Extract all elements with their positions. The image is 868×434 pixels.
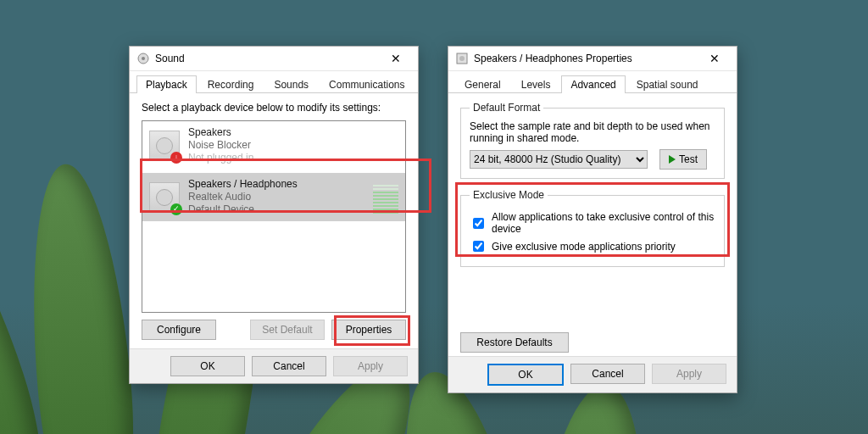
default-badge-icon [170,203,182,215]
checkbox-row: Give exclusive mode applications priorit… [470,238,715,254]
set-default-button[interactable]: Set Default [250,320,325,340]
unplugged-badge-icon [170,152,182,164]
device-item[interactable]: Speakers Noise Blocker Not plugged in [142,121,405,170]
properties-window: Speakers / Headphones Properties ✕ Gener… [448,46,737,393]
props-titlebar: Speakers / Headphones Properties ✕ [448,47,737,71]
close-icon: ✕ [391,53,401,64]
apply-button[interactable]: Apply [333,356,408,376]
sound-window: Sound ✕ Playback Recording Sounds Commun… [129,46,419,384]
device-status: Not plugged in [188,152,398,164]
tab-sounds[interactable]: Sounds [264,75,318,93]
device-name: Speakers / Headphones [188,178,364,191]
close-icon: ✕ [709,53,720,64]
sound-tabs: Playback Recording Sounds Communications [130,71,418,93]
properties-button[interactable]: Properties [331,320,406,340]
props-title: Speakers / Headphones Properties [474,53,699,64]
device-status: Default Device [188,203,364,216]
device-text: Speakers Noise Blocker Not plugged in [188,126,398,164]
play-icon [669,155,676,164]
exclusive-priority-checkbox[interactable] [473,241,484,252]
device-text: Speakers / Headphones Realtek Audio Defa… [188,178,364,216]
default-format-group: Default Format Select the sample rate an… [460,102,725,179]
speaker-icon [149,131,180,161]
device-item-selected[interactable]: Speakers / Headphones Realtek Audio Defa… [142,173,405,221]
tab-levels[interactable]: Levels [512,75,560,93]
device-subtitle: Realtek Audio [188,191,364,203]
tab-recording[interactable]: Recording [198,75,264,93]
exclusive-priority-label: Give exclusive mode applications priorit… [492,241,676,253]
cancel-button[interactable]: Cancel [252,356,326,376]
restore-defaults-button[interactable]: Restore Defaults [460,332,569,353]
format-select[interactable]: 24 bit, 48000 Hz (Studio Quality) [470,150,648,169]
svg-point-3 [459,56,465,61]
checkbox-row: Allow applications to take exclusive con… [470,211,715,235]
playback-instruction: Select a playback device below to modify… [142,102,406,114]
default-format-desc: Select the sample rate and bit depth to … [470,120,715,144]
allow-exclusive-checkbox[interactable] [473,218,484,229]
allow-exclusive-label: Allow applications to take exclusive con… [492,211,715,235]
close-button[interactable]: ✕ [699,48,730,69]
tab-spatial-sound[interactable]: Spatial sound [627,75,708,93]
tab-playback[interactable]: Playback [136,75,197,93]
sound-footer: OK Cancel Apply [130,348,418,383]
device-subtitle: Noise Blocker [188,139,398,152]
tab-general[interactable]: General [455,75,510,93]
device-list: Speakers Noise Blocker Not plugged in Sp… [142,120,406,313]
props-tabs: General Levels Advanced Spatial sound [448,71,737,93]
tab-communications[interactable]: Communications [320,75,414,93]
speaker-icon [455,52,469,65]
sound-content: Select a playback device below to modify… [130,93,418,348]
configure-button[interactable]: Configure [142,320,216,340]
sound-titlebar: Sound ✕ [130,47,418,71]
tab-advanced[interactable]: Advanced [561,75,625,93]
close-button[interactable]: ✕ [381,48,411,69]
level-meter-icon [373,185,398,210]
ok-button[interactable]: OK [170,356,245,376]
props-footer: OK Cancel Apply [448,356,737,392]
test-label: Test [679,153,698,165]
test-button[interactable]: Test [659,149,707,170]
speaker-icon [149,182,180,213]
sound-title: Sound [155,53,381,64]
cancel-button[interactable]: Cancel [570,364,645,384]
props-content: Default Format Select the sample rate an… [448,93,737,356]
device-name: Speakers [188,126,398,139]
svg-point-1 [142,57,145,60]
exclusive-mode-legend: Exclusive Mode [470,189,548,201]
sound-icon [136,52,150,65]
exclusive-mode-group: Exclusive Mode Allow applications to tak… [460,189,725,267]
ok-button[interactable]: OK [487,364,564,386]
apply-button[interactable]: Apply [652,364,726,384]
default-format-legend: Default Format [470,102,543,114]
